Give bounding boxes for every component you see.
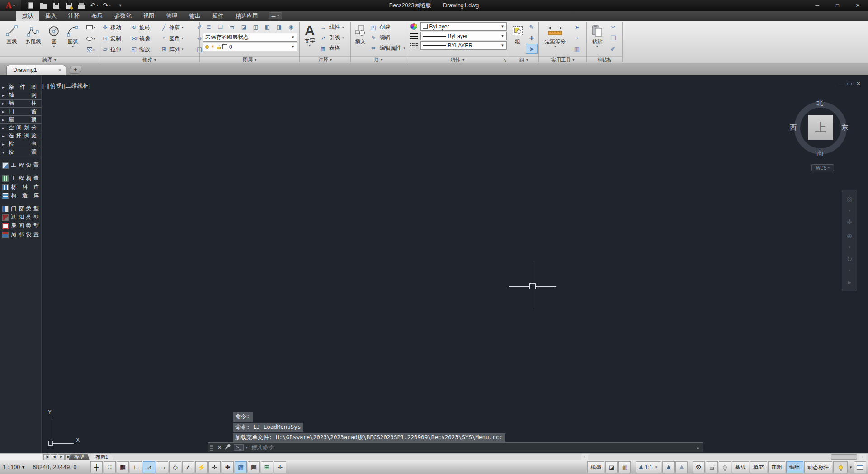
layer-tool[interactable]: ◨	[274, 22, 285, 32]
utility-side-tool[interactable]: ➤	[571, 22, 583, 32]
panel-label-modify[interactable]: 修改▾	[99, 56, 199, 63]
qat-button[interactable]: ↷ ▾	[101, 0, 112, 10]
show-motion-icon[interactable]: ▸	[848, 278, 851, 286]
annotation-tool[interactable]: ▦ 表格	[320, 43, 344, 53]
sidebar-tool[interactable]: 房间类型	[0, 222, 41, 230]
panel-label-block[interactable]: 块▾	[351, 56, 406, 63]
wrench-icon[interactable]	[225, 444, 231, 450]
modify-tool[interactable]: ✜ 移动	[101, 22, 130, 33]
history-expand-icon[interactable]: ▴	[697, 445, 699, 450]
status-toggle[interactable]: ▭	[156, 461, 168, 473]
sidebar-group[interactable]: ▸ 选择浏览	[0, 132, 41, 140]
qat-button[interactable]	[63, 0, 74, 10]
chevron-down-icon[interactable]: ▼	[849, 465, 853, 469]
block-tool[interactable]: ✎ 编辑	[370, 33, 405, 43]
modify-tool[interactable]: ⊡ 复制	[101, 33, 130, 44]
sidebar-group[interactable]: ▸ 墙柱	[0, 100, 41, 108]
scroll-right-button[interactable]: ›	[859, 454, 866, 460]
minimize-button[interactable]: ─	[839, 81, 843, 87]
status-toggle[interactable]: ✚	[222, 461, 234, 473]
viewport-label[interactable]: [-][俯视][二维线框]	[42, 82, 91, 90]
group-side-tool[interactable]: ➤	[526, 44, 538, 54]
ribbon-tab[interactable]: 默认	[16, 11, 39, 21]
block-tool[interactable]: ◳ 创建	[370, 22, 405, 33]
sidebar-group[interactable]: ▸ 门窗	[0, 108, 41, 116]
annotation-scale-button[interactable]: 1:1 ▼	[636, 461, 661, 473]
layer-thaw-icon[interactable]: ☀	[211, 44, 215, 49]
modify-tool[interactable]: ╱ 修剪 ▾	[160, 22, 191, 33]
tab-model[interactable]: 模型	[69, 454, 90, 460]
layer-tool[interactable]: ⇆	[226, 22, 238, 32]
chevron-down-icon[interactable]: ▾	[53, 45, 55, 48]
layer-tool[interactable]: ◧	[262, 22, 273, 32]
file-tab-drawing1[interactable]: Drawing1 ✕	[6, 65, 66, 75]
status-toggle[interactable]: ⚡	[195, 461, 208, 473]
sidebar-tool[interactable]: 工程设置	[0, 161, 41, 170]
utility-side-tool[interactable]: ◔	[571, 33, 583, 43]
clipboard-side-tool[interactable]: ✐	[607, 44, 619, 54]
viewcube-west[interactable]: 西	[790, 123, 797, 132]
group-side-tool[interactable]: ✎	[526, 22, 538, 32]
viewcube-south[interactable]: 南	[816, 149, 823, 157]
modify-tool[interactable]: ⋈ 镜像	[130, 33, 160, 44]
ribbon-tab[interactable]: 精选应用	[230, 11, 264, 21]
sidebar-tool[interactable]: 构造库	[0, 191, 41, 200]
sidebar-group[interactable]: ▸ 轴网	[0, 91, 41, 100]
sidebar-tool[interactable]: 门窗类型	[0, 204, 41, 213]
isolate-objects-button[interactable]	[719, 461, 731, 473]
chevron-down-icon[interactable]: ▾	[849, 209, 850, 213]
command-input[interactable]	[251, 444, 693, 450]
ribbon-display-toggle[interactable]: ▬ ▾	[269, 12, 283, 19]
modify-tool[interactable]: ▱ 拉伸	[101, 44, 130, 55]
qat-button[interactable]	[25, 0, 36, 10]
zoom-icon[interactable]: ⊕	[847, 232, 853, 240]
pan-icon[interactable]: ✛	[847, 218, 853, 226]
command-prompt-icon[interactable]: >_	[234, 444, 244, 451]
restore-button[interactable]: ▭	[847, 81, 852, 87]
panel-label-annotation[interactable]: 注释▾	[300, 56, 350, 63]
sidebar-tool[interactable]: 局部设置	[0, 230, 41, 239]
modify-tool[interactable]: ↻ 旋转	[130, 22, 160, 33]
scrollbar-thumb[interactable]	[831, 454, 857, 460]
dialog-launcher-icon[interactable]: ↘	[503, 58, 507, 62]
close-button[interactable]: ✕	[856, 81, 861, 87]
drawing-area[interactable]: ▸ 条件图 ▸ 轴网 ▸ 墙柱 ▸	[0, 75, 868, 453]
layout-icon[interactable]: ◪	[605, 461, 618, 473]
lineweight-dropdown[interactable]: ByLayer ▼	[420, 32, 507, 40]
model-space-button[interactable]: 模型	[587, 461, 604, 473]
status-text-toggle[interactable]: 动态标注	[804, 461, 832, 473]
new-drawing-button[interactable]: +	[70, 66, 81, 74]
measure-tool[interactable]: 定距等分 ▾	[541, 22, 570, 56]
qat-button[interactable]	[38, 0, 49, 10]
color-wheel-icon[interactable]	[410, 23, 419, 30]
status-text-toggle[interactable]: 编组	[786, 461, 803, 473]
qat-button[interactable]	[76, 0, 87, 10]
panel-label-utilities[interactable]: 实用工具▾	[539, 56, 586, 63]
viewcube-north[interactable]: 北	[816, 99, 823, 107]
layer-tool[interactable]: ◉	[285, 22, 297, 32]
scroll-left-button[interactable]: ‹	[581, 454, 588, 460]
circle-tool[interactable]: 圆 ▾	[45, 22, 63, 56]
chevron-down-icon[interactable]: ▾	[403, 47, 405, 50]
status-text-toggle[interactable]: 基线	[732, 461, 749, 473]
maximize-button[interactable]: □	[827, 0, 848, 11]
annotation-tool[interactable]: ↗ 引线 ▾	[320, 33, 344, 43]
layer-state-dropdown[interactable]: 未保存的图层状态 ▼	[203, 33, 297, 42]
status-toggle[interactable]: ✛	[274, 461, 286, 473]
ribbon-tab[interactable]: 插入	[39, 11, 62, 21]
viewport-scale[interactable]: 1 : 100 ▼	[3, 464, 25, 470]
qat-button[interactable]: ↶ ▾	[89, 0, 99, 10]
sidebar-tool[interactable]: 材料库	[0, 183, 41, 191]
chevron-down-icon[interactable]: ▾	[94, 37, 95, 41]
status-text-toggle[interactable]: 加粗	[768, 461, 785, 473]
sidebar-group[interactable]: ▸ 检查	[0, 140, 41, 148]
clipboard-side-tool[interactable]: ✂	[607, 22, 619, 32]
drag-handle[interactable]	[210, 444, 213, 451]
status-toggle[interactable]: ∷	[104, 461, 116, 473]
annotation-tool[interactable]: ↔ 线性 ▾	[320, 22, 344, 33]
chevron-down-icon[interactable]: ▾	[596, 45, 598, 48]
modify-tool[interactable]: ◜ 圆角 ▾	[160, 33, 191, 44]
chevron-down-icon[interactable]: ▾	[109, 4, 111, 7]
app-menu-button[interactable]: A ▾	[0, 0, 21, 11]
ribbon-tab[interactable]: 输出	[184, 11, 207, 21]
